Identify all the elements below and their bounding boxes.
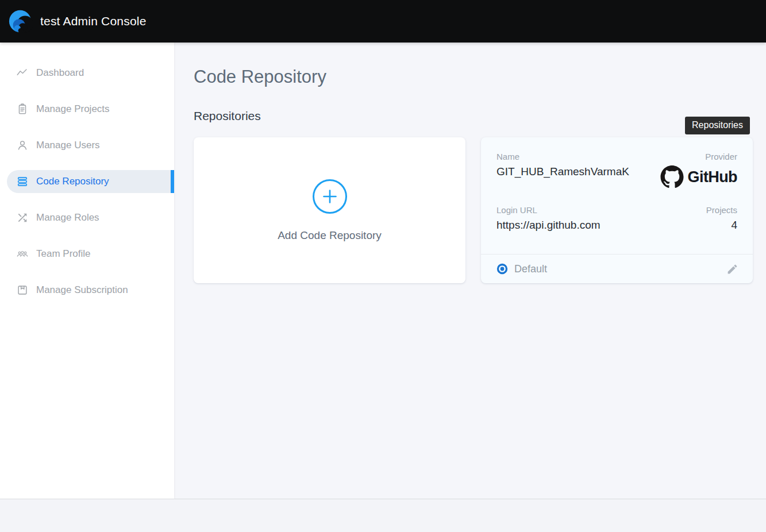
sidebar-item-dashboard[interactable]: Dashboard — [7, 61, 174, 84]
sidebar-nav: Dashboard Manage Projects Manage Users — [0, 43, 174, 499]
edit-pencil-icon — [726, 263, 738, 275]
plus-circle-icon — [312, 179, 348, 214]
app-header: test Admin Console — [0, 0, 766, 43]
sidebar-item-manage-projects[interactable]: Manage Projects — [7, 98, 174, 121]
github-logo: GitHub — [660, 165, 737, 188]
repositories-tooltip: Repositories — [685, 117, 750, 134]
sidebar-item-code-repository[interactable]: Code Repository — [7, 170, 174, 193]
default-label: Default — [514, 263, 547, 275]
active-indicator-bar — [171, 170, 174, 193]
stack-icon — [16, 175, 29, 188]
shuffle-icon — [16, 211, 29, 224]
repository-card: Name GIT_HUB_RameshVarmaK Provider GitHu… — [481, 137, 753, 283]
sidebar-item-label: Manage Projects — [36, 103, 110, 115]
bookmark-square-icon — [16, 284, 29, 296]
sidebar-item-label: Manage Users — [36, 140, 100, 151]
edit-repository-button[interactable] — [725, 262, 739, 276]
wave-logo-icon — [7, 8, 34, 34]
projects-label: Projects — [706, 205, 737, 215]
sidebar-item-manage-users[interactable]: Manage Users — [7, 134, 174, 157]
page-title: Code Repository — [194, 67, 753, 87]
repo-projects-field: Projects 4 — [706, 205, 737, 232]
main-content: Code Repository Repositories Repositorie… — [174, 43, 766, 499]
clipboard-icon — [16, 103, 29, 115]
repo-login-url-field: Login URL https://api.github.com — [496, 205, 601, 232]
sidebar-item-label: Team Profile — [36, 248, 90, 260]
default-radio-group[interactable]: Default — [496, 263, 547, 275]
name-label: Name — [496, 152, 629, 161]
sidebar-item-label: Code Repository — [36, 176, 109, 187]
sidebar-item-label: Dashboard — [36, 67, 84, 79]
add-card-label: Add Code Repository — [278, 229, 382, 242]
repository-card-body: Name GIT_HUB_RameshVarmaK Provider GitHu… — [481, 137, 753, 254]
sidebar-item-manage-subscription[interactable]: Manage Subscription — [7, 279, 174, 302]
sidebar-item-manage-roles[interactable]: Manage Roles — [7, 206, 174, 229]
sidebar-item-label: Manage Roles — [36, 212, 99, 223]
app-title: test Admin Console — [40, 14, 147, 28]
projects-count: 4 — [706, 219, 737, 232]
repo-name-value: GIT_HUB_RameshVarmaK — [496, 165, 629, 178]
person-icon — [16, 139, 29, 152]
github-wordmark: GitHub — [688, 168, 737, 186]
page-footer-bar — [0, 499, 766, 532]
timeline-icon — [16, 67, 29, 79]
sidebar-item-team-profile[interactable]: Team Profile — [7, 242, 174, 265]
login-url-value: https://api.github.com — [496, 219, 601, 232]
add-code-repository-card[interactable]: Add Code Repository — [194, 137, 465, 283]
login-url-label: Login URL — [496, 205, 601, 215]
section-heading: Repositories — [194, 109, 753, 124]
repository-card-footer: Default — [481, 254, 753, 283]
people-group-icon — [16, 248, 29, 260]
radio-selected-icon[interactable] — [496, 263, 509, 275]
github-mark-icon — [660, 165, 684, 188]
repo-name-field: Name GIT_HUB_RameshVarmaK — [496, 152, 629, 188]
repo-provider-field: Provider GitHub — [660, 152, 737, 188]
sidebar-item-label: Manage Subscription — [36, 284, 128, 296]
provider-label: Provider — [660, 152, 737, 161]
repositories-card-row: Add Code Repository Name GIT_HUB_RameshV… — [194, 137, 753, 283]
